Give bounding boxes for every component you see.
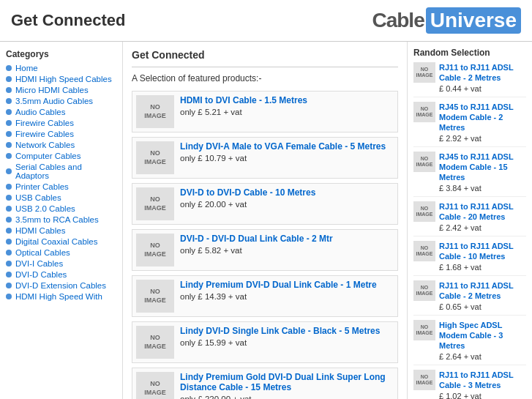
random-info: RJ45 to RJ11 ADSL Modem Cable - 15 Metre… [439,152,526,193]
sidebar-item[interactable]: Serial Cables and Adaptors [6,163,116,180]
bullet-icon [6,294,12,299]
sidebar-link[interactable]: HDMI High Speed Cables [15,75,112,83]
sidebar-link[interactable]: 3.5mm to RCA Cables [15,215,99,224]
sidebar-link[interactable]: Serial Cables and Adaptors [15,163,116,180]
random-product-link[interactable]: RJ11 to RJ11 ADSL Cable - 2 Metres [439,63,513,82]
no-image-text2: IMAGE [144,112,166,121]
sidebar-item[interactable]: DVI-D Cables [6,270,116,279]
random-info: RJ11 to RJ11 ADSL Cable - 3 Metres £ 1.0… [439,370,526,399]
no-image-text: NO [150,288,160,297]
random-item: NO IMAGE RJ45 to RJ11 ADSL Modem Cable -… [413,102,526,147]
product-info: Lindy DVI-A Male to VGA Female Cable - 5… [180,141,386,163]
random-product-link[interactable]: RJ11 to RJ11 ADSL Cable - 20 Metres [439,202,513,221]
bullet-icon [6,261,12,266]
random-info: RJ11 to RJ11 ADSL Cable - 2 Metres £ 0.4… [439,62,526,93]
bullet-icon [6,87,12,93]
bullet-icon [6,283,12,288]
random-product-link[interactable]: RJ11 to RJ11 ADSL Cable - 10 Metres [439,242,513,261]
sidebar-item[interactable]: HDMI High Speed Cables [6,75,116,83]
bullet-icon [6,131,12,137]
sidebar-link[interactable]: Audio Cables [15,108,65,116]
bullet-icon [6,250,12,256]
sidebar-item[interactable]: Network Cables [6,141,116,149]
random-product-link[interactable]: RJ11 to RJ11 ADSL Cable - 2 Metres [439,281,513,300]
main-content: Get Connected A Selection of featured pr… [123,42,408,399]
random-info: RJ11 to RJ11 ADSL Cable - 2 Metres £ 0.6… [439,280,526,311]
no-image-text2: IMAGE [144,158,166,167]
sidebar-link[interactable]: Optical Cables [15,248,70,257]
no-image-placeholder: NO IMAGE [136,280,174,313]
product-name-link[interactable]: Lindy DVI-A Male to VGA Female Cable - 5… [180,141,386,152]
random-product-link[interactable]: RJ45 to RJ11 ADSL Modem Cable - 15 Metre… [439,152,513,182]
random-product-link[interactable]: High Spec ADSL Modem Cable - 3 Metres [439,321,503,350]
page-title: Get Connected [11,11,125,30]
sidebar-link[interactable]: Printer Cables [15,182,69,191]
product-info: DVI-D to DVI-D Cable - 10 Metres only £ … [180,187,315,209]
bullet-icon [6,120,12,126]
product-row: NO IMAGE Lindy DVI-A Male to VGA Female … [132,137,398,179]
bullet-icon [6,168,12,174]
sidebar-item[interactable]: Micro HDMI Cables [6,86,116,94]
bullet-icon [6,239,12,245]
sidebar-item[interactable]: Computer Cables [6,152,116,160]
sidebar-item[interactable]: 3.5mm to RCA Cables [6,215,116,224]
sidebar-link[interactable]: 3.5mm Audio Cables [15,97,93,105]
sidebar-item[interactable]: Printer Cables [6,182,116,191]
product-info: HDMI to DVI Cable - 1.5 Metres only £ 5.… [180,95,307,116]
product-name-link[interactable]: Lindy Premium DVI-D Dual Link Cable - 1 … [180,280,377,290]
random-price: £ 1.02 + vat [439,392,526,399]
sidebar-items: Home HDMI High Speed Cables Micro HDMI C… [6,64,116,301]
no-image-text: NO [150,380,160,389]
sidebar-link[interactable]: USB 2.0 Cables [15,204,75,213]
random-product-link[interactable]: RJ11 to RJ11 ADSL Cable - 3 Metres [439,370,513,389]
sidebar-link[interactable]: Digital Coaxial Cables [15,237,98,246]
sidebar-item[interactable]: DVI-I Cables [6,259,116,268]
sidebar: Categorys Home HDMI High Speed Cables Mi… [0,42,123,399]
product-name-link[interactable]: Lindy Premium Gold DVI-D Dual Link Super… [180,372,386,392]
product-row: NO IMAGE Lindy DVI-D Single Link Cable -… [132,321,398,363]
product-name-link[interactable]: HDMI to DVI Cable - 1.5 Metres [180,95,307,105]
sidebar-item[interactable]: Digital Coaxial Cables [6,237,116,246]
sidebar-item[interactable]: Firewire Cables [6,119,116,127]
random-no-image: NO IMAGE [413,201,435,222]
sidebar-link[interactable]: HDMI Cables [15,226,65,235]
product-name-link[interactable]: Lindy DVI-D Single Link Cable - Black - … [180,326,380,336]
sidebar-item[interactable]: USB Cables [6,193,116,202]
sidebar-link[interactable]: DVI-D Cables [15,270,67,279]
no-image-placeholder: NO IMAGE [136,234,174,266]
sidebar-link[interactable]: DVI-D Extension Cables [15,281,106,290]
sidebar-item[interactable]: Home [6,64,116,72]
sidebar-item[interactable]: HDMI High Speed With [6,292,116,301]
sidebar-item[interactable]: Optical Cables [6,248,116,257]
sidebar-link[interactable]: DVI-I Cables [15,259,63,268]
sidebar-item[interactable]: USB 2.0 Cables [6,204,116,213]
sidebar-link[interactable]: Firewire Cables [15,119,74,127]
product-name-link[interactable]: DVI-D - DVI-D Dual Link Cable - 2 Mtr [180,234,333,244]
product-price: only £ 20.00 + vat [180,200,315,209]
sidebar-item[interactable]: HDMI Cables [6,226,116,235]
no-image-placeholder: NO IMAGE [136,372,174,399]
sidebar-link[interactable]: Computer Cables [15,152,80,160]
product-name-link[interactable]: DVI-D to DVI-D Cable - 10 Metres [180,187,315,198]
main-heading: Get Connected [132,49,398,61]
sidebar-link[interactable]: Home [15,64,38,72]
sidebar-link[interactable]: USB Cables [15,193,61,202]
sidebar-link[interactable]: Firewire Cables [15,130,74,138]
header: Get Connected Cable Universe [0,0,532,42]
random-product-link[interactable]: RJ45 to RJ11 ADSL Modem Cable - 2 Metres [439,102,513,132]
sidebar-link[interactable]: Network Cables [15,141,75,149]
sidebar-link[interactable]: Micro HDMI Cables [15,86,89,94]
sidebar-item[interactable]: DVI-D Extension Cables [6,281,116,290]
sidebar-item[interactable]: 3.5mm Audio Cables [6,97,116,105]
sidebar-link[interactable]: HDMI High Speed With [15,292,102,301]
sidebar-item[interactable]: Firewire Cables [6,130,116,138]
random-info: High Spec ADSL Modem Cable - 3 Metres £ … [439,320,526,361]
bullet-icon [6,184,12,190]
random-item: NO IMAGE RJ11 to RJ11 ADSL Cable - 3 Met… [413,370,526,399]
random-no-image: NO IMAGE [413,370,435,390]
bullet-icon [6,272,12,277]
no-image-text: NO [150,149,160,158]
no-image-text: NO [150,103,160,112]
random-price: £ 1.68 + vat [439,263,526,272]
sidebar-item[interactable]: Audio Cables [6,108,116,116]
